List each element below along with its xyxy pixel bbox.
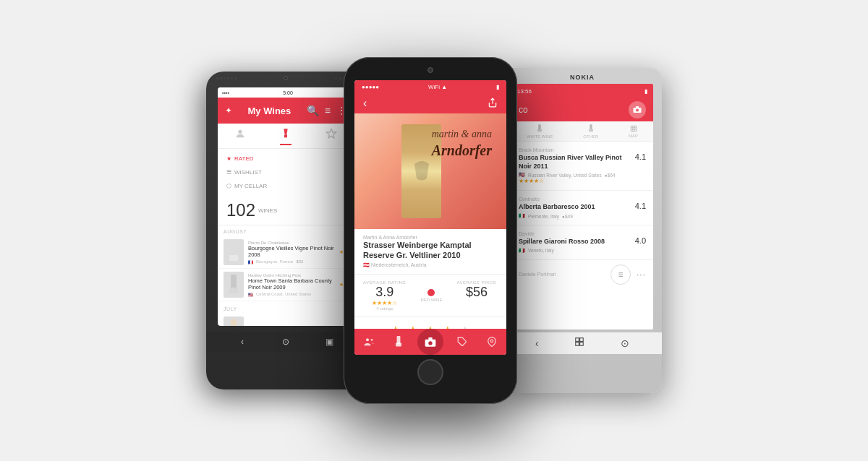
region-text: Piemonte, Italy bbox=[528, 214, 559, 219]
left-tabs bbox=[218, 124, 354, 149]
tab-people[interactable] bbox=[234, 128, 246, 145]
wine-brand: Davide bbox=[519, 231, 646, 236]
signal-icon: ▪▪▪▪ bbox=[222, 90, 229, 95]
wine-score: 4.1 bbox=[635, 152, 646, 161]
svg-rect-25 bbox=[589, 129, 593, 131]
time-display: 13:56 bbox=[517, 88, 532, 95]
region-text: Bourgogne, France bbox=[256, 259, 293, 264]
location-nav-icon[interactable] bbox=[482, 332, 502, 352]
back-button[interactable]: ‹ bbox=[234, 333, 251, 350]
wines-count: 102 WINES bbox=[218, 196, 354, 225]
list-item[interactable]: Pierre De Chabliseau Bourgogne Vieilles … bbox=[218, 236, 354, 269]
list-icon[interactable]: ≡ bbox=[610, 264, 631, 285]
battery-icon: ▮ bbox=[644, 88, 647, 95]
wine-meta: 🇺🇸 Central Coast, United States bbox=[248, 292, 335, 297]
wine-name: Spillare Giaroni Rosso 2008 bbox=[519, 238, 635, 246]
right-wine-item-3[interactable]: Davide Spillare Giaroni Rosso 2008 4.0 🇮… bbox=[511, 225, 653, 260]
left-nav-bar: ‹ ⊙ ▣ bbox=[206, 332, 365, 352]
handwriting-line2: Arndorfer bbox=[432, 141, 492, 160]
home-button[interactable] bbox=[417, 359, 443, 385]
camera-nav-icon[interactable] bbox=[417, 329, 443, 355]
filter-map[interactable]: MAP bbox=[629, 125, 638, 138]
svg-rect-32 bbox=[580, 338, 584, 342]
avg-rating-label: AVERAGE RATING bbox=[363, 280, 406, 285]
wine-meta: 🇮🇹 Veneto, Italy bbox=[519, 248, 646, 254]
social-nav-icon[interactable] bbox=[359, 332, 379, 352]
flag-icon: 🇺🇸 bbox=[519, 172, 525, 178]
windows-home-button[interactable] bbox=[574, 337, 584, 350]
share-button[interactable] bbox=[488, 98, 498, 110]
left-header-icons: 🔍 ≡ ⋮ bbox=[307, 105, 346, 116]
filter-other[interactable]: OTHER bbox=[583, 124, 598, 139]
price-value: $56 bbox=[456, 285, 496, 300]
nokia-brand-label: NOKIA bbox=[503, 68, 662, 81]
svg-rect-1 bbox=[284, 134, 287, 137]
wine-info: Pierre De Chabliseau Bourgogne Vieilles … bbox=[248, 241, 335, 264]
right-status-bar: 13:56 ▮ bbox=[511, 84, 653, 98]
windows-search-button[interactable]: ⊙ bbox=[621, 337, 629, 349]
tab-wines[interactable] bbox=[280, 128, 292, 145]
svg-rect-12 bbox=[396, 336, 400, 344]
center-phone: ●●●●● WiFi ▲ ▮ ‹ martin & anna Arndorfer bbox=[344, 57, 517, 404]
wine-thumbnail bbox=[224, 316, 244, 326]
wine-name: Strasser Weinberge Kamptal Reserve Gr. V… bbox=[363, 240, 498, 261]
svg-point-15 bbox=[428, 341, 432, 345]
svg-rect-34 bbox=[580, 342, 584, 346]
wine-producer: Martin & Anna Arndorfer bbox=[363, 235, 498, 240]
wines-nav-icon[interactable] bbox=[388, 332, 409, 352]
left-app-header: ✦ My Wines 🔍 ≡ ⋮ bbox=[218, 98, 354, 124]
right-header-title: co bbox=[519, 105, 528, 115]
sub-tabs: RATED WISHLIST MY CELLAR bbox=[218, 149, 354, 196]
recents-button[interactable]: ▣ bbox=[320, 333, 338, 350]
wine-list-august: AUGUST Pierre De Chabliseau Bourgogne Vi… bbox=[218, 225, 354, 303]
svg-rect-31 bbox=[576, 338, 579, 342]
list-item[interactable]: Hartley Ostini Hitching Post Home Town S… bbox=[218, 269, 354, 301]
camera-button[interactable] bbox=[629, 101, 646, 119]
time-display: 5:00 bbox=[283, 90, 293, 95]
wine-handwriting: martin & anna Arndorfer bbox=[432, 128, 492, 160]
home-button[interactable]: ⊙ bbox=[277, 333, 294, 350]
sub-tab-rated[interactable]: RATED bbox=[218, 152, 354, 165]
wine-type-label: RED WINE bbox=[420, 298, 442, 302]
region-text: Niederosterreich, Austria bbox=[371, 262, 427, 267]
sub-tab-wishlist[interactable]: WISHLIST bbox=[218, 165, 354, 179]
left-status-bar: ▪▪▪▪ 5:00 ▮ bbox=[218, 87, 354, 98]
wine-thumbnail bbox=[224, 272, 244, 298]
svg-rect-7 bbox=[231, 319, 237, 326]
handwriting-line1: martin & anna bbox=[432, 128, 492, 141]
daniele-label: Daniele Portinari bbox=[519, 272, 556, 277]
search-icon[interactable]: 🔍 bbox=[307, 105, 319, 116]
wine-info: Hartley Ostini Hitching Post Home Town S… bbox=[248, 273, 335, 297]
list-item[interactable]: Fess Parker bbox=[218, 314, 354, 326]
svg-marker-2 bbox=[326, 129, 336, 138]
flag-icon: 🇺🇸 bbox=[248, 292, 253, 297]
svg-rect-16 bbox=[428, 337, 432, 340]
daniele-row: Daniele Portinari ≡ ··· bbox=[511, 260, 653, 289]
front-camera bbox=[427, 67, 433, 73]
svg-point-18 bbox=[490, 340, 493, 342]
signal-dots: ●●●●● bbox=[362, 84, 379, 90]
tags-nav-icon[interactable] bbox=[452, 332, 472, 352]
wine-meta: 🇫🇷 Bourgogne, France $32 bbox=[248, 259, 335, 264]
wines-number: 102 bbox=[226, 200, 255, 220]
filter-white-wine[interactable]: WHITE WINE bbox=[527, 124, 553, 139]
windows-back-button[interactable]: ‹ bbox=[535, 337, 539, 349]
tab-favorites[interactable] bbox=[326, 128, 337, 145]
svg-point-20 bbox=[636, 109, 639, 112]
wine-list-july: JULY Fess Parker bbox=[218, 303, 354, 326]
svg-rect-33 bbox=[576, 342, 579, 346]
wine-brand: Contratto bbox=[519, 197, 646, 202]
sub-tab-cellar[interactable]: MY CELLAR bbox=[218, 179, 354, 193]
right-wine-item-2[interactable]: Contratto Alberta Barbaresco 2001 4.1 🇮🇹… bbox=[511, 191, 653, 225]
wine-thumbnail bbox=[224, 239, 244, 265]
sort-icon[interactable]: ≡ bbox=[325, 105, 331, 116]
right-screen: 13:56 ▮ co WHITE WINE OTHER bbox=[511, 84, 653, 329]
center-bottom-nav bbox=[354, 329, 506, 355]
region-text: Central Coast, United States bbox=[256, 292, 311, 296]
right-wine-item-1[interactable]: Brack Mountain Busca Russian River Valle… bbox=[511, 142, 653, 191]
center-nav: ‹ bbox=[354, 93, 506, 113]
back-button[interactable]: ‹ bbox=[363, 97, 367, 110]
region-text: Veneto, Italy bbox=[528, 248, 554, 253]
more-dots-icon[interactable]: ··· bbox=[637, 270, 646, 280]
center-status-bar: ●●●●● WiFi ▲ ▮ bbox=[354, 80, 506, 93]
